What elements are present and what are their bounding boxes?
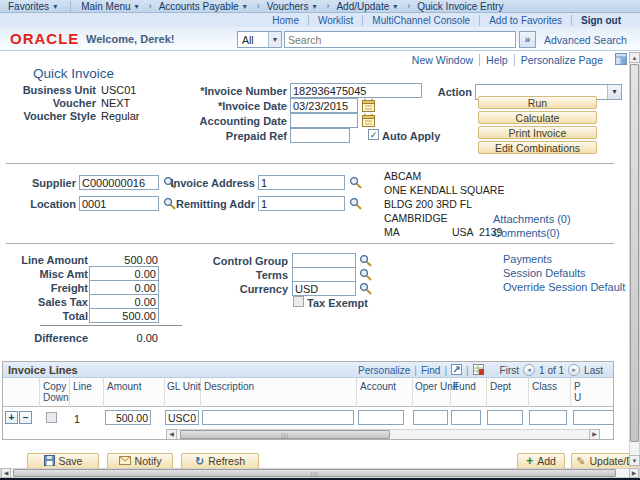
page-title: Quick Invoice [33, 66, 114, 81]
row-amount-field[interactable] [105, 410, 151, 425]
row-description-field[interactable] [202, 410, 354, 425]
add-button[interactable]: + Add [517, 453, 565, 469]
page-vscroll-down-icon[interactable]: ▼ [629, 455, 640, 466]
notify-button[interactable]: Notify [107, 453, 173, 469]
personalize-page-link[interactable]: Personalize Page [514, 54, 609, 66]
location-field[interactable] [79, 196, 159, 211]
column-header-dept: Dept [490, 381, 511, 392]
calendar-icon[interactable] [362, 113, 375, 127]
line-amount-label: Line Amount [8, 254, 88, 266]
invoice-address-lookup-icon[interactable] [349, 176, 362, 189]
auto-apply-checkbox[interactable]: ✓ [368, 129, 379, 140]
brand-row: ORACLE Welcome, Derek! All ▾ » Advanced … [0, 27, 640, 51]
page-vscroll-thumb[interactable] [630, 64, 639, 442]
comments-link[interactable]: Comments(0) [493, 227, 560, 239]
view-all-icon[interactable] [451, 364, 462, 377]
page-hscroll-right-icon[interactable]: ▶ [629, 468, 639, 478]
grid-hscroll-left-icon[interactable]: ◀ [166, 429, 177, 440]
page-hscroll-thumb[interactable]: ||| [13, 469, 616, 477]
terms-lookup-icon[interactable] [359, 268, 372, 281]
run-button[interactable]: Run [478, 96, 597, 109]
row-class-field[interactable] [529, 410, 567, 425]
sales-tax-field[interactable] [89, 294, 159, 309]
column-header-gl-unit: GL Unit [167, 381, 201, 392]
control-group-lookup-icon[interactable] [359, 254, 372, 267]
save-button[interactable]: Save [27, 453, 99, 469]
row-gl-unit-field[interactable] [165, 410, 199, 425]
supplier-field[interactable] [79, 175, 159, 190]
print-invoice-button[interactable]: Print Invoice [478, 126, 597, 139]
remitting-addr-lookup-icon[interactable] [349, 197, 362, 210]
chevron-down-icon: ▾ [607, 85, 621, 99]
invoice-number-label: *Invoice Number [180, 85, 287, 97]
crumb-add-update[interactable]: Add/Update▾ [336, 1, 400, 12]
copy-down-checkbox[interactable] [46, 412, 57, 423]
supplier-label: Supplier [8, 177, 76, 189]
crumb-vouchers[interactable]: Vouchers▾ [267, 1, 320, 12]
page-hscroll-left-icon[interactable]: ◀ [1, 468, 11, 478]
row-account-field[interactable] [358, 410, 404, 425]
currency-field[interactable] [292, 281, 356, 296]
attachments-link[interactable]: Attachments (0) [493, 213, 571, 225]
favorites-menu[interactable]: Favorites▾ [8, 1, 60, 12]
calculate-button[interactable]: Calculate [478, 111, 597, 124]
search-go-button[interactable]: » [519, 31, 536, 48]
refresh-button[interactable]: ↻ Refresh [181, 453, 259, 469]
override-session-default-link[interactable]: Override Session Default [503, 281, 625, 293]
freight-field[interactable] [89, 280, 159, 295]
save-disk-icon [44, 455, 55, 468]
crumb-accounts-payable[interactable]: Accounts Payable▾ [159, 1, 250, 12]
previous-page-icon[interactable]: ◂ [523, 364, 535, 376]
edit-combinations-button[interactable]: Edit Combinations [478, 141, 597, 154]
layout-grid-icon[interactable] [615, 53, 627, 67]
row-dept-field[interactable] [487, 410, 523, 425]
invoice-date-field[interactable] [290, 98, 358, 113]
remitting-addr-label: Remitting Addr [150, 198, 255, 210]
grid-hscroll-right-icon[interactable]: ▶ [589, 429, 600, 440]
page-vscroll-up-icon[interactable]: ▲ [629, 52, 640, 63]
welcome-text: Welcome, Derek! [86, 33, 174, 45]
invoice-number-field[interactable] [290, 83, 422, 98]
download-to-excel-icon[interactable] [473, 364, 484, 377]
sign-out-link[interactable]: Sign out [571, 15, 630, 26]
total-field[interactable] [89, 308, 159, 323]
column-separator [486, 378, 487, 407]
session-defaults-link[interactable]: Session Defaults [503, 267, 586, 279]
prepaid-ref-field[interactable] [290, 128, 350, 143]
remitting-addr-field[interactable] [258, 196, 345, 211]
crumb-separator-icon: › [407, 1, 410, 11]
payments-link[interactable]: Payments [503, 253, 552, 265]
next-page-icon[interactable]: ▸ [568, 364, 580, 376]
row-truncated-field[interactable] [573, 410, 614, 425]
tax-exempt-checkbox[interactable] [293, 296, 304, 307]
location-label: Location [8, 198, 76, 210]
grid-hscroll-thumb[interactable]: ||| [180, 430, 390, 439]
personalize-link[interactable]: Personalize [358, 365, 410, 376]
business-unit-label: Business Unit [8, 84, 96, 96]
control-group-field[interactable] [292, 253, 356, 268]
notify-label: Notify [135, 455, 162, 467]
invoice-address-field[interactable] [258, 175, 345, 190]
search-scope-select[interactable]: All ▾ [237, 31, 282, 48]
accounting-date-field[interactable] [290, 113, 358, 128]
advanced-search-link[interactable]: Advanced Search [544, 34, 627, 46]
terms-field[interactable] [292, 267, 356, 282]
new-window-link[interactable]: New Window [406, 54, 479, 66]
currency-lookup-icon[interactable] [359, 282, 372, 295]
pencil-icon: ✎ [576, 456, 585, 467]
misc-amt-field[interactable] [89, 266, 159, 281]
page-links: New Window Help Personalize Page [406, 53, 627, 67]
home-link[interactable]: Home [263, 15, 308, 26]
calendar-icon[interactable] [362, 98, 375, 112]
main-menu[interactable]: Main Menu▾ [81, 1, 141, 12]
add-to-favorites-link[interactable]: Add to Favorites [479, 15, 571, 26]
add-row-button[interactable]: + [5, 411, 18, 424]
remove-row-button[interactable]: – [19, 411, 32, 424]
help-link[interactable]: Help [479, 54, 514, 66]
worklist-link[interactable]: Worklist [308, 15, 362, 26]
multichannel-console-link[interactable]: MultiChannel Console [362, 15, 479, 26]
row-oper-unit-field[interactable] [413, 410, 448, 425]
find-link[interactable]: Find [421, 365, 440, 376]
row-fund-field[interactable] [451, 410, 481, 425]
search-input[interactable] [284, 31, 516, 48]
